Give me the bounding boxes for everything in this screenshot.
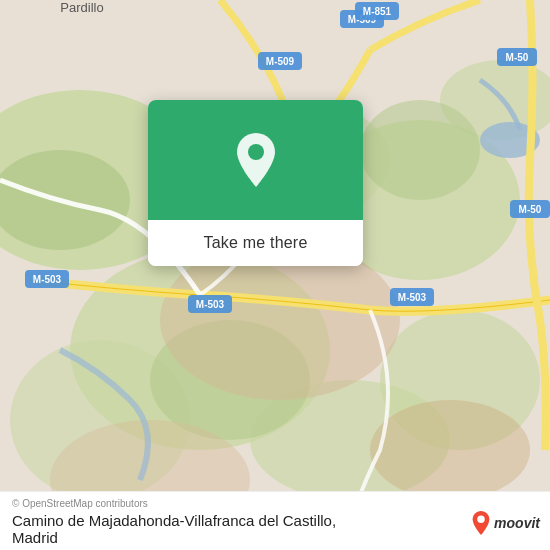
location-title: Camino de Majadahonda-Villafranca del Ca… — [12, 512, 538, 546]
svg-text:M-503: M-503 — [196, 299, 225, 310]
moovit-text-label: moovit — [494, 515, 540, 531]
take-me-there-button[interactable]: Take me there — [204, 234, 308, 252]
svg-text:M-509: M-509 — [266, 56, 295, 67]
svg-text:M-503: M-503 — [33, 274, 62, 285]
svg-point-14 — [370, 400, 530, 500]
map-attribution: © OpenStreetMap contributors — [12, 498, 538, 509]
map-background: M-503 M-503 M-503 M-509 M-509 M-50 M-50 … — [0, 0, 550, 550]
card-green-section — [148, 100, 363, 220]
moovit-pin-icon — [470, 510, 492, 536]
svg-text:M-503: M-503 — [398, 292, 427, 303]
svg-point-34 — [477, 516, 484, 523]
svg-point-11 — [360, 100, 480, 200]
svg-text:M-50: M-50 — [506, 52, 529, 63]
card-button-section[interactable]: Take me there — [148, 220, 363, 266]
map-container: M-503 M-503 M-503 M-509 M-509 M-50 M-50 … — [0, 0, 550, 550]
action-card: Take me there — [148, 100, 363, 266]
moovit-logo: moovit — [470, 510, 540, 536]
svg-text:M-50: M-50 — [519, 204, 542, 215]
svg-point-33 — [248, 144, 264, 160]
svg-text:M-851: M-851 — [363, 6, 392, 17]
svg-text:Pardillo: Pardillo — [60, 0, 103, 15]
bottom-bar: © OpenStreetMap contributors Camino de M… — [0, 491, 550, 550]
location-pin-icon — [232, 132, 280, 188]
